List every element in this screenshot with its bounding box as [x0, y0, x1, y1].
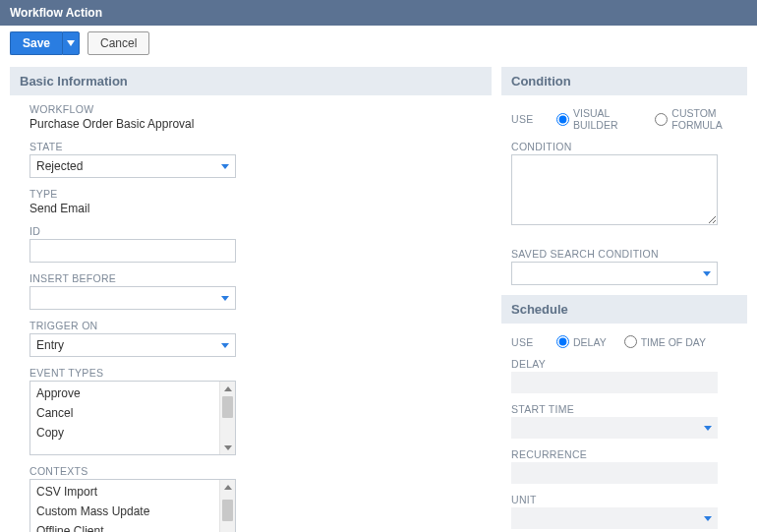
list-item[interactable]: Custom Mass Update	[30, 502, 235, 521]
event-types-items: Approve Cancel Copy	[30, 382, 235, 444]
caret-down-icon	[221, 296, 229, 301]
schedule-use-label: USE	[511, 336, 539, 348]
chevron-up-icon	[224, 485, 232, 490]
list-item[interactable]: Approve	[30, 384, 235, 403]
delay-radio[interactable]	[556, 335, 569, 348]
schedule-use-row: USE DELAY TIME OF DAY	[511, 331, 747, 358]
unit-select	[511, 507, 718, 529]
custom-formula-radio[interactable]	[655, 113, 668, 126]
save-button-group: Save	[10, 31, 80, 55]
condition-use-row: USE VISUAL BUILDER CUSTOM FORMULA	[511, 103, 747, 141]
svg-marker-0	[67, 40, 75, 46]
list-item[interactable]: Copy	[30, 423, 235, 443]
section-basic-information: Basic Information	[10, 67, 492, 95]
condition-textarea[interactable]	[511, 154, 718, 225]
trigger-on-select[interactable]: Entry	[29, 333, 236, 357]
workflow-value: Purchase Order Basic Approval	[29, 117, 194, 131]
start-time-label: START TIME	[511, 403, 747, 415]
state-selected-value: Rejected	[36, 159, 83, 173]
state-select[interactable]: Rejected	[29, 154, 236, 178]
time-of-day-option[interactable]: TIME OF DAY	[624, 335, 706, 348]
contexts-listbox[interactable]: CSV Import Custom Mass Update Offline Cl…	[29, 479, 236, 532]
scroll-up-button[interactable]	[220, 480, 235, 494]
workflow-label: WORKFLOW	[29, 103, 492, 115]
list-item[interactable]: Cancel	[30, 403, 235, 423]
type-value: Send Email	[29, 202, 89, 215]
type-label: TYPE	[29, 188, 492, 200]
saved-search-condition-label: SAVED SEARCH CONDITION	[511, 248, 747, 260]
contexts-items: CSV Import Custom Mass Update Offline Cl…	[30, 480, 235, 532]
scroll-down-button[interactable]	[220, 441, 235, 454]
delay-option[interactable]: DELAY	[556, 335, 607, 348]
scroll-thumb[interactable]	[222, 396, 233, 418]
save-dropdown-toggle[interactable]	[62, 31, 80, 55]
condition-label: CONDITION	[511, 141, 747, 152]
scrollbar[interactable]	[219, 480, 235, 532]
cancel-button[interactable]: Cancel	[87, 31, 149, 55]
scrollbar[interactable]	[219, 382, 235, 454]
scroll-thumb[interactable]	[222, 500, 233, 521]
unit-label: UNIT	[511, 494, 747, 505]
saved-search-condition-select[interactable]	[511, 262, 718, 285]
contexts-label: CONTEXTS	[29, 465, 492, 477]
toolbar: Save Cancel	[0, 26, 757, 61]
id-input[interactable]	[29, 239, 236, 263]
section-schedule: Schedule	[501, 295, 747, 324]
insert-before-select[interactable]	[29, 286, 236, 310]
page-title: Workflow Action	[0, 0, 757, 26]
chevron-down-icon	[224, 445, 232, 450]
caret-down-icon	[703, 271, 711, 276]
visual-builder-radio[interactable]	[556, 113, 569, 126]
visual-builder-option[interactable]: VISUAL BUILDER	[556, 107, 637, 131]
caret-down-icon	[67, 40, 75, 46]
recurrence-label: RECURRENCE	[511, 448, 747, 460]
trigger-on-label: TRIGGER ON	[29, 320, 492, 331]
state-label: STATE	[29, 141, 492, 152]
event-types-listbox[interactable]: Approve Cancel Copy	[29, 381, 236, 455]
custom-formula-option[interactable]: CUSTOM FORMULA	[655, 107, 747, 131]
custom-formula-label: CUSTOM FORMULA	[671, 107, 747, 131]
save-button[interactable]: Save	[10, 31, 62, 55]
caret-down-icon	[221, 164, 229, 169]
event-types-label: EVENT TYPES	[29, 367, 492, 379]
caret-down-icon	[221, 343, 229, 348]
trigger-on-selected-value: Entry	[36, 338, 64, 352]
insert-before-label: INSERT BEFORE	[29, 272, 492, 284]
delay-field	[511, 372, 718, 393]
id-label: ID	[29, 225, 492, 237]
time-of-day-option-label: TIME OF DAY	[641, 336, 706, 348]
scroll-up-button[interactable]	[220, 382, 235, 395]
recurrence-field	[511, 462, 718, 484]
visual-builder-label: VISUAL BUILDER	[573, 107, 637, 131]
chevron-up-icon	[224, 386, 232, 391]
start-time-select	[511, 417, 718, 439]
section-condition: Condition	[501, 67, 747, 95]
list-item[interactable]: Offline Client	[30, 521, 235, 532]
delay-option-label: DELAY	[573, 336, 607, 348]
condition-use-label: USE	[511, 113, 539, 125]
caret-down-icon	[704, 426, 712, 431]
delay-label: DELAY	[511, 358, 747, 370]
caret-down-icon	[704, 516, 712, 521]
list-item[interactable]: CSV Import	[30, 482, 235, 502]
time-of-day-radio[interactable]	[624, 335, 637, 348]
